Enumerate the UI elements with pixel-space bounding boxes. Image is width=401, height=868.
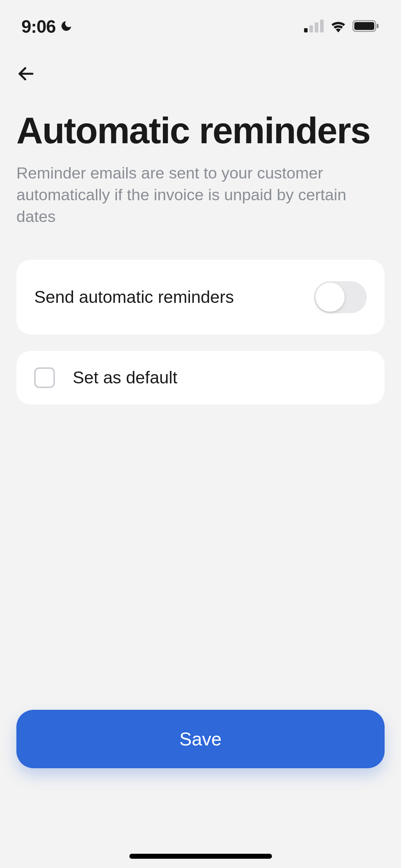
svg-rect-2 [315,22,318,32]
reminder-toggle-row: Send automatic reminders [16,260,385,335]
default-checkbox-label: Set as default [73,368,178,387]
page-title: Automatic reminders [16,110,385,152]
default-checkbox[interactable] [34,367,55,388]
page-subtitle: Reminder emails are sent to your custome… [16,162,385,227]
cellular-signal-icon [304,20,324,34]
status-bar: 9:06 [0,0,401,46]
reminder-toggle-switch[interactable] [314,281,367,313]
toggle-knob [315,283,345,312]
status-time: 9:06 [21,16,56,37]
reminder-toggle-card: Send automatic reminders [16,260,385,335]
svg-rect-5 [354,22,374,30]
svg-rect-6 [377,24,379,28]
reminder-toggle-label: Send automatic reminders [34,287,234,307]
default-checkbox-row: Set as default [16,351,385,404]
save-button[interactable]: Save [16,710,385,768]
svg-rect-3 [320,20,324,32]
default-checkbox-card: Set as default [16,351,385,404]
moon-icon [60,20,73,34]
status-right [304,20,380,34]
back-button[interactable] [16,64,36,85]
battery-icon [353,20,380,34]
status-left: 9:06 [21,16,73,37]
wifi-icon [330,20,347,34]
svg-rect-1 [309,25,313,32]
home-indicator[interactable] [129,854,272,859]
svg-rect-0 [304,28,308,32]
